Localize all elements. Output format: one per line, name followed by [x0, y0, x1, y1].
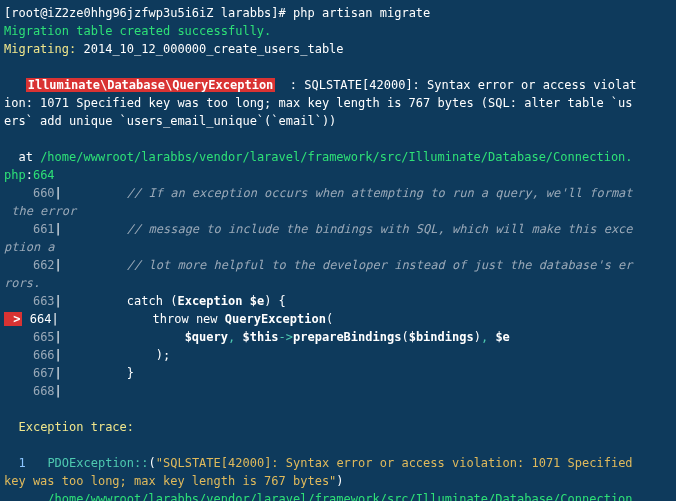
prompt-line[interactable]: [root@iZ2ze0hhg96jzfwp3u5i6iZ larabbs]# … [4, 6, 430, 20]
terminal-output: [root@iZ2ze0hhg96jzfwp3u5i6iZ larabbs]# … [4, 4, 672, 501]
code-665: 665| $query, $this->prepareBindings($bin… [4, 330, 510, 344]
exception-line-3: ers` add unique `users_email_unique`(`em… [4, 114, 336, 128]
exception-line-2: ion: 1071 Specified key was too long; ma… [4, 96, 633, 110]
location-line: at /home/wwwroot/larabbs/vendor/laravel/… [4, 150, 633, 164]
trace-header: Exception trace: [4, 420, 134, 434]
code-663: 663| catch (Exception $e) { [4, 294, 286, 308]
code-660: 660| // If an exception occurs when atte… [4, 186, 633, 200]
code-662b: rors. [4, 276, 40, 290]
code-667: 667| } [4, 366, 134, 380]
migrating-line: Migrating: 2014_10_12_000000_create_user… [4, 42, 344, 56]
trace-1-path: /home/wwwroot/larabbs/vendor/laravel/fra… [4, 492, 633, 501]
code-666: 666| ); [4, 348, 170, 362]
trace-1: 1 PDOException::("SQLSTATE[42000]: Synta… [4, 456, 640, 470]
code-661b: ption a [4, 240, 55, 254]
code-660b: the error [4, 204, 76, 218]
code-668: 668| [4, 384, 62, 398]
migration-success: Migration table created successfully. [4, 24, 271, 38]
trace-1b: key was too long; max key length is 767 … [4, 474, 344, 488]
exception-line: Illuminate\Database\QueryException : SQL… [4, 78, 637, 92]
code-662: 662| // lot more helpful to the develope… [4, 258, 633, 272]
code-664-current: > 664| throw new QueryException( [4, 312, 333, 326]
location-line-2: php:664 [4, 168, 55, 182]
code-661: 661| // message to include the bindings … [4, 222, 633, 236]
